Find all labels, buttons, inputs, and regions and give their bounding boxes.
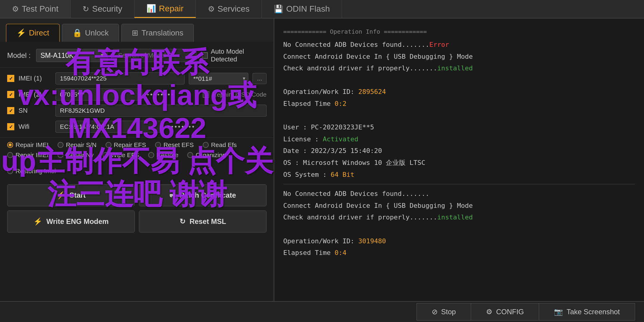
- radio-label-reset-efs: Reset EFS: [163, 141, 194, 148]
- radio-repair-sn[interactable]: Repair S/N: [58, 141, 97, 148]
- radio-label-11: Restoring Imei: [16, 168, 56, 175]
- patch-cert-label: Patch Certificate: [179, 191, 236, 199]
- top-navigation: ⚙ Test Point ↻ Security 📊 Repair ⚙ Servi…: [0, 0, 644, 18]
- radio-repair-imei-2[interactable]: Repair IMEI: [7, 151, 49, 159]
- radio-dot-3: [106, 142, 112, 148]
- write-eng-button[interactable]: ⚡ Write ENG Modem: [7, 210, 135, 233]
- radio-wipe-efs[interactable]: Wipe EFS: [103, 151, 139, 159]
- radio-reset-efs[interactable]: Reset EFS: [155, 141, 194, 148]
- radio-organizing[interactable]: Organizing: [187, 151, 226, 159]
- wifi-input[interactable]: [55, 121, 163, 133]
- screenshot-icon: 📷: [554, 308, 563, 316]
- radio-dot-9: [148, 152, 154, 158]
- screenshot-label: Take Screenshot: [566, 308, 620, 316]
- log-work-id-1: 2895624: [358, 88, 386, 95]
- odin-icon: 💾: [274, 4, 283, 14]
- btn-row-1: ⚡ Start ⇌ Patch Certificate: [7, 184, 267, 206]
- imei2-input[interactable]: [55, 89, 143, 100]
- radio-restore[interactable]: Restore: [148, 151, 179, 159]
- log-text-9: Date : 2022/3/25 15:40:20: [283, 147, 382, 154]
- radio-dot-2: [58, 142, 64, 148]
- radio-repair-imei[interactable]: Repair IMEI: [7, 141, 49, 148]
- main-area: ⚡ Direct 🔒 Unlock ⊞ Translations Model :…: [0, 18, 644, 301]
- log-line-14: Check android driver if properly.......i…: [283, 211, 635, 223]
- start-button[interactable]: ⚡ Start: [7, 184, 135, 206]
- screenshot-button[interactable]: 📷 Take Screenshot: [539, 303, 635, 321]
- unlock-tab-label: Unlock: [85, 28, 109, 38]
- buttons-section: ⚡ Start ⇌ Patch Certificate ⚡ Write ENG …: [0, 178, 274, 301]
- imei1-action-btn[interactable]: ...: [253, 73, 267, 84]
- config-icon: ⚙: [486, 308, 493, 316]
- log-text-15: Operation/Work ID:: [283, 237, 358, 245]
- sn-input[interactable]: [55, 105, 267, 117]
- imei2-row: IMEI (2) •••••••• Repair USSD Code: [7, 89, 267, 100]
- radio-dot-1: [7, 142, 13, 148]
- log-text-7: User : PC-20220323JE**5: [283, 123, 374, 131]
- write-eng-label: Write ENG Modem: [47, 217, 109, 226]
- log-line-13: Connect Android Device In { USB Debuggin…: [283, 200, 635, 212]
- radio-repair-nv[interactable]: Repair Nv: [58, 151, 94, 159]
- radio-label-repair-imei: Repair IMEI: [16, 141, 49, 148]
- log-elapsed-2: 0:4: [335, 249, 346, 256]
- test-point-icon: ⚙: [12, 4, 19, 14]
- repair-ussd-label: Repair USSD Code: [212, 91, 267, 98]
- tab-unlock[interactable]: 🔒 Unlock: [62, 24, 119, 42]
- reset-msl-label: Reset MSL: [190, 217, 226, 226]
- config-button[interactable]: ⚙ CONFIG: [471, 303, 539, 321]
- log-text-16: Elapsed Time: [283, 249, 335, 256]
- auto-model-checkbox[interactable]: [202, 52, 208, 59]
- log-line-1: No Connected ADB Devices found.......Err…: [283, 39, 635, 51]
- wifi-label: Wifi: [18, 123, 51, 131]
- radio-read-efs[interactable]: Read Efs: [203, 141, 237, 148]
- nav-item-test-point[interactable]: ⚙ Test Point: [0, 0, 71, 18]
- tab-translations[interactable]: ⊞ Translations: [121, 24, 194, 42]
- nav-label-test-point: Test Point: [22, 4, 58, 14]
- left-panel: ⚡ Direct 🔒 Unlock ⊞ Translations Model :…: [0, 18, 274, 301]
- log-error-1: Error: [429, 41, 449, 48]
- nav-label-services: Services: [218, 4, 250, 14]
- imei1-label: IMEI (1): [18, 75, 51, 82]
- radio-dot-4: [155, 142, 161, 148]
- imei1-checkbox[interactable]: [7, 75, 14, 82]
- stop-button[interactable]: ⊘ Stop: [417, 303, 471, 321]
- patch-cert-button[interactable]: ⇌ Patch Certificate: [139, 184, 267, 206]
- nav-item-repair[interactable]: 📊 Repair: [134, 0, 196, 18]
- radio-label-7: Repair Nv: [66, 151, 94, 159]
- radio-label-read-efs: Read Efs: [211, 141, 237, 148]
- nav-item-odin-flash[interactable]: 💾 ODIN Flash: [262, 0, 342, 18]
- nav-item-security[interactable]: ↻ Security: [71, 0, 134, 18]
- repair-icon: 📊: [146, 4, 156, 13]
- sn-checkbox[interactable]: [7, 107, 14, 114]
- log-line-3: Check android driver if properly.......i…: [283, 62, 635, 74]
- bottom-bar: ⊘ Stop ⚙ CONFIG 📷 Take Screenshot: [0, 301, 644, 322]
- imei2-checkbox[interactable]: [7, 91, 14, 98]
- log-text-14: Check android driver if properly.......: [283, 213, 437, 221]
- fields-section: IMEI (1) **011# ... IMEI (2) •••••••• Re…: [0, 68, 274, 138]
- radio-dot-10: [187, 152, 193, 158]
- log-line-6: Elapsed Time 0:2: [283, 98, 635, 110]
- log-text-11: OS System :: [283, 171, 331, 178]
- patch-icon: ⇌: [169, 191, 175, 199]
- wifi-checkbox[interactable]: [7, 123, 14, 130]
- radio-row-2: Repair IMEI Repair Nv Wipe EFS Restore O…: [7, 151, 267, 175]
- search-model-input[interactable]: [113, 49, 196, 62]
- log-text-1: No Connected ADB Devices found.......: [283, 41, 429, 48]
- translations-tab-icon: ⊞: [132, 28, 138, 38]
- log-text-3: Check android driver if properly.......: [283, 64, 437, 72]
- repair-ussd-checkbox[interactable]: [203, 91, 209, 98]
- radio-repair-efs[interactable]: Repair EFS: [106, 141, 146, 148]
- stop-label: Stop: [441, 308, 456, 316]
- tab-direct[interactable]: ⚡ Direct: [6, 24, 60, 42]
- radio-section: Repair IMEI Repair S/N Repair EFS Reset …: [0, 138, 274, 178]
- slot-select[interactable]: **011#: [189, 73, 248, 84]
- imei1-input[interactable]: [55, 72, 185, 84]
- nav-item-services[interactable]: ⚙ Services: [196, 0, 262, 18]
- log-activated: Activated: [323, 135, 358, 143]
- radio-label-6: Repair IMEI: [16, 151, 49, 159]
- model-row: Model : SM-A110K Auto Model Detected: [0, 42, 274, 68]
- imei2-dots: ••••••••: [147, 89, 199, 100]
- model-select[interactable]: SM-A110K: [36, 49, 108, 62]
- radio-restoring-imei[interactable]: Restoring Imei: [7, 168, 56, 175]
- reset-msl-button[interactable]: ↻ Reset MSL: [139, 210, 267, 233]
- wifi-dots: ••••••••: [168, 121, 267, 133]
